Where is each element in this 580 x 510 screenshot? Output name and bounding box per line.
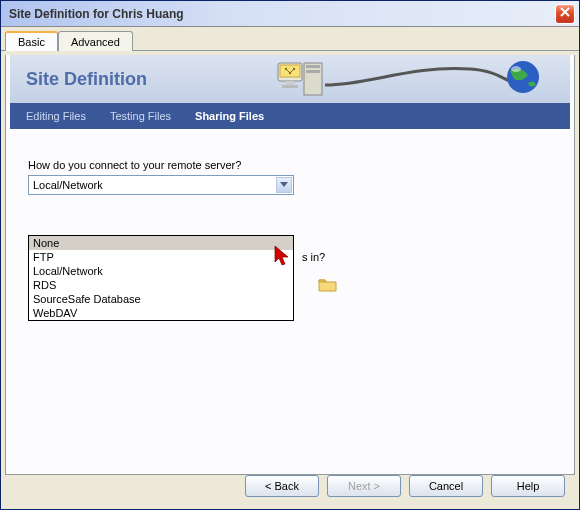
back-label: < Back [265,480,299,492]
option-local-network[interactable]: Local/Network [29,264,293,278]
svg-rect-7 [286,81,294,85]
connection-question: How do you connect to your remote server… [28,159,552,171]
connection-dropdown-list[interactable]: None FTP Local/Network RDS SourceSafe Da… [28,235,294,321]
help-button[interactable]: Help [491,475,565,497]
folder-icon [318,277,338,293]
tab-advanced-label: Advanced [71,36,120,48]
next-label: Next > [348,480,380,492]
connection-select[interactable]: Local/Network [28,175,294,195]
tab-body: Site Definition [5,55,575,475]
step-editing-files[interactable]: Editing Files [26,110,86,122]
step-testing-files[interactable]: Testing Files [110,110,171,122]
browse-folder-button[interactable] [318,277,338,295]
option-webdav[interactable]: WebDAV [29,306,293,320]
wizard-steps: Editing Files Testing Files Sharing File… [10,103,570,129]
titlebar: Site Definition for Chris Huang [1,1,579,27]
content-area: How do you connect to your remote server… [6,141,574,213]
header-banner: Site Definition [10,55,570,137]
step-sharing-files[interactable]: Sharing Files [195,110,264,122]
svg-rect-3 [306,65,320,68]
option-sourcesafe[interactable]: SourceSafe Database [29,292,293,306]
connection-select-value: Local/Network [33,179,103,191]
option-ftp[interactable]: FTP [29,250,293,264]
svg-rect-4 [306,70,320,73]
close-button[interactable] [555,4,575,24]
cancel-button[interactable]: Cancel [409,475,483,497]
cancel-label: Cancel [429,480,463,492]
tab-basic-label: Basic [18,36,45,48]
back-button[interactable]: < Back [245,475,319,497]
banner-title: Site Definition [26,69,147,90]
tab-basic[interactable]: Basic [5,31,58,51]
svg-rect-8 [282,85,298,88]
next-button: Next > [327,475,401,497]
help-label: Help [517,480,540,492]
tab-advanced[interactable]: Advanced [58,31,133,51]
dropdown-button[interactable] [276,177,292,193]
option-none[interactable]: None [29,236,293,250]
close-icon [560,7,570,17]
wizard-buttons: < Back Next > Cancel Help [245,475,565,497]
svg-point-16 [511,66,521,72]
window-title: Site Definition for Chris Huang [9,7,555,21]
tab-row: Basic Advanced [1,27,579,51]
chevron-down-icon [280,182,288,188]
obscured-question-fragment: s in? [302,251,325,263]
banner-top: Site Definition [10,55,570,103]
option-rds[interactable]: RDS [29,278,293,292]
banner-graphic-icon [270,57,550,101]
